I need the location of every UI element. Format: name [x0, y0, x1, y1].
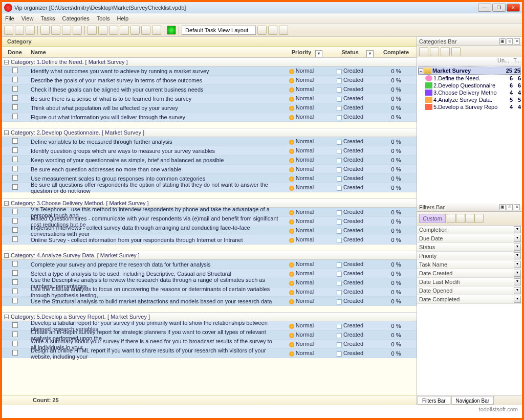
toolbar-button[interactable]	[88, 26, 97, 35]
group-header[interactable]: −Category: 4.Analyze Survey Data. [ Mark…	[2, 251, 417, 260]
tree-item[interactable]: 5.Develop a Survey Repo44	[418, 103, 521, 110]
toolbar-button[interactable]	[4, 26, 13, 35]
toolbar-button[interactable]	[15, 26, 24, 35]
checkbox[interactable]	[12, 77, 18, 82]
checkbox[interactable]	[12, 298, 18, 303]
panel-icon[interactable]: ▣	[499, 204, 506, 210]
toolbar-button[interactable]	[62, 26, 71, 35]
panel-toolbar-button[interactable]	[451, 47, 461, 56]
filter-toolbar-button[interactable]	[456, 214, 465, 223]
dropdown-icon[interactable]: ▾	[514, 270, 521, 277]
panel-toolbar-button[interactable]	[441, 47, 450, 56]
maximize-button[interactable]: ❐	[492, 4, 506, 12]
checkbox[interactable]	[12, 322, 18, 328]
menu-view[interactable]: View	[21, 15, 34, 21]
task-row[interactable]: Use the Casual analysis to focus on unco…	[2, 288, 417, 297]
col-status[interactable]: Status▾	[324, 49, 376, 55]
checkbox[interactable]	[12, 68, 18, 73]
expand-icon[interactable]: −	[4, 315, 9, 319]
menu-help[interactable]: Help	[117, 15, 128, 21]
dropdown-icon[interactable]: ▾	[514, 261, 521, 268]
checkbox[interactable]	[12, 166, 18, 171]
toolbar-button[interactable]	[257, 26, 267, 35]
filter-toolbar-button[interactable]	[465, 214, 474, 223]
filter-row[interactable]: Date Opened▾	[417, 286, 522, 295]
filter-row[interactable]: Due Date▾	[417, 234, 522, 243]
menu-file[interactable]: File	[5, 15, 14, 21]
toolbar-button[interactable]	[167, 26, 176, 35]
category-tab[interactable]: Category	[2, 37, 37, 46]
tab-filters-bar[interactable]: Filters Bar	[418, 396, 450, 405]
toolbar-button[interactable]	[40, 26, 50, 35]
checkbox[interactable]	[12, 261, 18, 267]
dropdown-icon[interactable]: ▾	[514, 296, 521, 303]
panel-toolbar-button[interactable]	[430, 47, 439, 56]
panel-icon[interactable]: ▣	[499, 38, 506, 45]
task-row[interactable]: Check if these goals can be aligned with…	[2, 85, 417, 94]
checkbox[interactable]	[12, 95, 18, 101]
task-row[interactable]: Use the Structural analysis to build mar…	[2, 297, 417, 306]
checkbox[interactable]	[12, 114, 18, 119]
toolbar-button[interactable]	[141, 26, 150, 35]
dropdown-icon[interactable]: ▾	[366, 50, 374, 57]
filter-row[interactable]: Date Created▾	[417, 269, 522, 278]
task-row[interactable]: Be sure there is a sense of what is to b…	[2, 94, 417, 103]
checkbox[interactable]	[12, 175, 18, 181]
checkbox[interactable]	[12, 138, 18, 144]
tree-item[interactable]: −Market Survey2525	[418, 67, 521, 75]
layout-select[interactable]: Default Task View Layout	[182, 26, 256, 35]
checkbox[interactable]	[12, 86, 18, 92]
col-done[interactable]: Done	[2, 49, 28, 55]
checkbox[interactable]	[12, 218, 18, 224]
menu-tools[interactable]: Tools	[97, 15, 110, 21]
checkbox[interactable]	[12, 279, 18, 285]
task-row[interactable]: Be sure each question addresses no more …	[2, 165, 417, 174]
tree-item[interactable]: 2.Develop Questionnaire66	[418, 82, 521, 89]
tree-item[interactable]: 4.Analyze Survey Data.55	[418, 96, 521, 103]
dropdown-icon[interactable]: ▾	[514, 278, 521, 285]
panel-toolbar-button[interactable]	[419, 47, 428, 56]
toolbar-button[interactable]	[109, 26, 118, 35]
task-row[interactable]: Complete your survey and prepare the res…	[2, 260, 417, 269]
task-row[interactable]: In-person Interviews - collect survey da…	[2, 226, 417, 235]
dropdown-icon[interactable]: ▾	[514, 287, 521, 294]
tree-item[interactable]: 1.Define the Need.66	[418, 75, 521, 82]
toolbar-button[interactable]	[130, 26, 140, 35]
panel-pin-icon[interactable]: ⊕	[507, 204, 513, 210]
checkbox[interactable]	[12, 236, 18, 242]
toolbar-button[interactable]	[120, 26, 129, 35]
checkbox[interactable]	[12, 104, 18, 110]
dropdown-icon[interactable]: ▾	[514, 235, 521, 242]
toolbar-button[interactable]	[26, 26, 35, 35]
toolbar-button[interactable]	[98, 26, 107, 35]
expand-icon[interactable]: −	[4, 130, 9, 135]
menu-tasks[interactable]: Tasks	[40, 15, 55, 21]
task-row[interactable]: Identify what outcomes you want to achie…	[2, 67, 417, 76]
checkbox[interactable]	[12, 270, 18, 276]
group-header[interactable]: −Category: 2.Develop Questionnaire. [ Ma…	[2, 128, 417, 137]
checkbox[interactable]	[12, 147, 18, 153]
panel-close-icon[interactable]: ✕	[514, 204, 520, 210]
toolbar-button[interactable]	[152, 26, 161, 35]
filter-row[interactable]: Task Name▾	[417, 260, 522, 269]
checkbox[interactable]	[12, 350, 18, 356]
filter-row[interactable]: Priority▾	[417, 252, 522, 260]
panel-close-icon[interactable]: ✕	[514, 38, 520, 45]
checkbox[interactable]	[12, 157, 18, 162]
filter-row[interactable]: Date Completed▾	[417, 295, 522, 304]
toolbar-button[interactable]	[279, 26, 288, 35]
dropdown-icon[interactable]: ▾	[514, 252, 521, 259]
tree-item[interactable]: 3.Choose Delivery Metho44	[418, 89, 521, 96]
task-row[interactable]: Figure out what information you will del…	[2, 113, 417, 122]
filter-custom[interactable]: Custom	[419, 214, 446, 223]
checkbox[interactable]	[12, 289, 18, 294]
panel-pin-icon[interactable]: ⊕	[507, 38, 513, 45]
toolbar-button[interactable]	[268, 26, 277, 35]
task-row[interactable]: Online Survey - collect information from…	[2, 235, 417, 245]
task-row[interactable]: Describe the goals of your market survey…	[2, 76, 417, 85]
task-row[interactable]: Design an online HTML report if you want…	[2, 349, 417, 358]
menu-categories[interactable]: Categories	[62, 15, 90, 21]
toolbar-button[interactable]	[73, 26, 82, 35]
checkbox[interactable]	[12, 227, 18, 233]
expand-icon[interactable]: −	[4, 201, 9, 206]
